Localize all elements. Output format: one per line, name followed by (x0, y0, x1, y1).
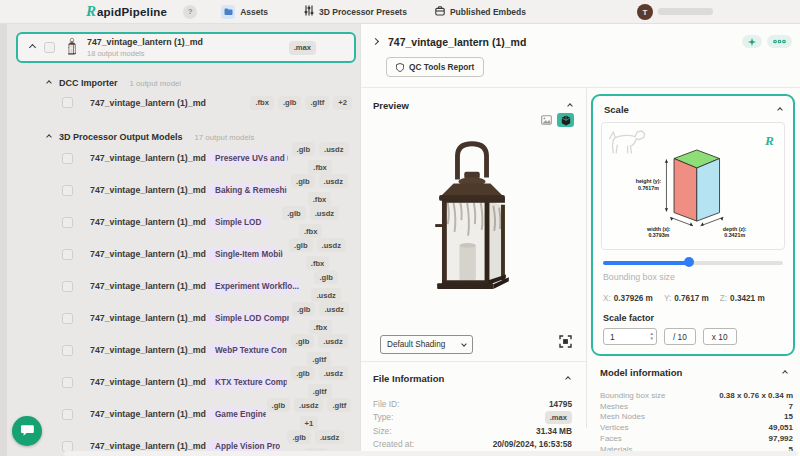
format-badges: .glb.usdz.fbx (283, 238, 352, 270)
row-checkbox[interactable] (62, 217, 73, 228)
group-header-dcc-importer[interactable]: DCC Importer 1 output model (0, 78, 360, 88)
asset-root-row[interactable]: 747_vintage_lantern (1)_md 18 output mod… (16, 32, 356, 63)
scale-slider-thumb[interactable] (684, 257, 694, 267)
fullscreen-button[interactable] (559, 334, 572, 352)
model-info-label: Faces (600, 434, 622, 443)
preview-mode-toggles (541, 113, 574, 127)
shading-mode-select[interactable]: Default Shading (380, 335, 473, 354)
file-info-value: .max (545, 411, 572, 424)
scale-slider[interactable] (601, 258, 785, 267)
detail-title: 747_vintage_lantern (1)_md (388, 36, 526, 48)
format-badge: .usdz (294, 398, 323, 412)
row-checkbox[interactable] (62, 249, 73, 260)
chat-support-button[interactable] (12, 416, 42, 446)
row-checkbox[interactable] (62, 185, 73, 196)
asset-row[interactable]: 747_vintage_lantern (1)_mdBaking & Remes… (0, 174, 360, 206)
collapse-chevron-icon[interactable] (46, 134, 52, 140)
image-view-icon[interactable] (541, 115, 552, 125)
stepper-down-icon[interactable]: ▼ (650, 337, 654, 342)
preview-viewport[interactable]: Default Shading (361, 111, 586, 361)
bounding-box-svg: R height (y (602, 123, 784, 249)
scale-label: Scale (604, 104, 629, 115)
asset-meta: 18 output models (87, 49, 203, 58)
preview-section-header[interactable]: Preview (361, 88, 586, 111)
asset-row[interactable]: 747_vintage_lantern (1)_mdWebP Texture C… (0, 334, 360, 366)
nav-tab-3d-processor-presets[interactable]: 3D Processor Presets (304, 5, 407, 18)
sparkle-icon (748, 38, 756, 46)
lantern-3d-preview (409, 135, 535, 319)
asset-name: 747_vintage_lantern (1)_md (90, 249, 206, 259)
height-dimension-arrow (665, 159, 668, 211)
collapse-chevron-icon[interactable] (777, 107, 783, 113)
expand-chevron-icon[interactable] (372, 38, 379, 45)
bbox-y: Y:0.7617 m (664, 287, 709, 305)
width-label: width (x): (646, 226, 671, 232)
file-info-rows: File ID:14795Type:.maxSize:31.34 MBCreat… (373, 397, 572, 451)
more-options-button[interactable] (767, 35, 792, 48)
3d-view-toggle-active[interactable] (557, 113, 574, 127)
asset-row[interactable]: 747_vintage_lantern (1)_mdExperiment Wor… (0, 270, 360, 302)
model-info-header[interactable]: Model information (600, 367, 793, 378)
horizontal-scrollbar[interactable] (64, 451, 798, 456)
collapse-chevron-icon[interactable] (29, 44, 36, 51)
qc-tools-report-button[interactable]: QC Tools Report (386, 57, 484, 77)
depth-value: 0.3421m (724, 232, 745, 238)
asset-row[interactable]: 747_vintage_lantern (1)_mdGame Engine.gl… (0, 398, 360, 430)
asset-row[interactable]: 747_vintage_lantern (1)_mdSingle-Item Mo… (0, 238, 360, 270)
format-badge: .fbx (308, 192, 332, 206)
asset-row[interactable]: 747_vintage_lantern (1)_mdSimple LOD Com… (0, 302, 360, 334)
row-checkbox[interactable] (62, 281, 73, 292)
file-info-header[interactable]: File Information (373, 362, 572, 384)
row-checkbox[interactable] (62, 153, 73, 164)
format-badge: .gltf (305, 96, 329, 110)
stepper-arrows[interactable]: ▲▼ (650, 332, 654, 341)
format-badge: .glb (314, 270, 338, 284)
scale-factor-input[interactable] (610, 332, 644, 342)
preview-column: Preview Default Shading (361, 88, 586, 428)
bounding-box-size-label: Bounding box size (601, 272, 785, 282)
vertical-scrollbar[interactable] (0, 24, 7, 456)
workflow-tag: KTX Texture Compr... (206, 375, 287, 390)
rapidpipeline-logo[interactable]: RapidPipeline (86, 3, 167, 20)
root-row-checkbox[interactable] (44, 42, 55, 53)
collapse-chevron-icon[interactable] (782, 370, 788, 376)
group-meta: 17 output models (195, 133, 255, 142)
nav-tab-assets[interactable]: Assets (221, 5, 268, 19)
asset-row[interactable]: 747_vintage_lantern (1)_mdKTX Texture Co… (0, 366, 360, 398)
format-badges: .glb.usdz (300, 270, 352, 302)
format-badge: .usdz (319, 366, 348, 380)
workflow-tag: Baking & Remeshing (206, 183, 287, 198)
row-checkbox[interactable] (62, 313, 73, 324)
asset-row[interactable]: 747_vintage_lantern (1)_mdSimple LOD.glb… (0, 206, 360, 238)
collapse-chevron-icon[interactable] (565, 376, 571, 382)
detail-columns: Preview Default Shading (361, 88, 800, 428)
format-badges: .glb.usdz.fbx (289, 302, 352, 334)
nav-tab-published-embeds[interactable]: Published Embeds (435, 6, 526, 18)
scale-section-header[interactable]: Scale (601, 104, 785, 115)
format-badge: .glb (267, 398, 291, 412)
format-badge: .usdz (319, 142, 348, 156)
multiply-by-10-button[interactable]: x 10 (703, 328, 737, 345)
user-avatar[interactable]: T (637, 4, 653, 20)
row-checkbox[interactable] (62, 409, 73, 420)
format-badge: .usdz (318, 334, 347, 348)
divide-by-10-button[interactable]: / 10 (664, 328, 696, 345)
row-checkbox[interactable] (62, 441, 73, 452)
row-checkbox[interactable] (62, 377, 73, 388)
row-checkbox[interactable] (62, 345, 73, 356)
group-header-3d-processor-output[interactable]: 3D Processor Output Models 17 output mod… (0, 132, 360, 142)
collapse-chevron-icon[interactable] (46, 80, 52, 86)
format-badges: .glb.usdz.gltf (287, 366, 352, 398)
row-checkbox[interactable] (62, 97, 73, 108)
workflow-tag: Preserve UVs and N... (206, 151, 288, 166)
file-info-label: Created at: (373, 439, 414, 449)
ai-sparkle-button[interactable] (742, 35, 762, 48)
asset-row[interactable]: 747_vintage_lantern (1)_md.fbx.glb.gltf+… (0, 88, 360, 117)
help-button[interactable]: ? (183, 5, 197, 19)
group-meta: 1 output model (130, 79, 182, 88)
file-info-value: 14795 (549, 399, 572, 409)
asset-row[interactable]: 747_vintage_lantern (1)_mdPreserve UVs a… (0, 142, 360, 174)
asset-name: 747_vintage_lantern (1)_md (90, 185, 206, 195)
collapse-chevron-icon[interactable] (567, 103, 573, 109)
format-badge: .glb (282, 206, 306, 220)
